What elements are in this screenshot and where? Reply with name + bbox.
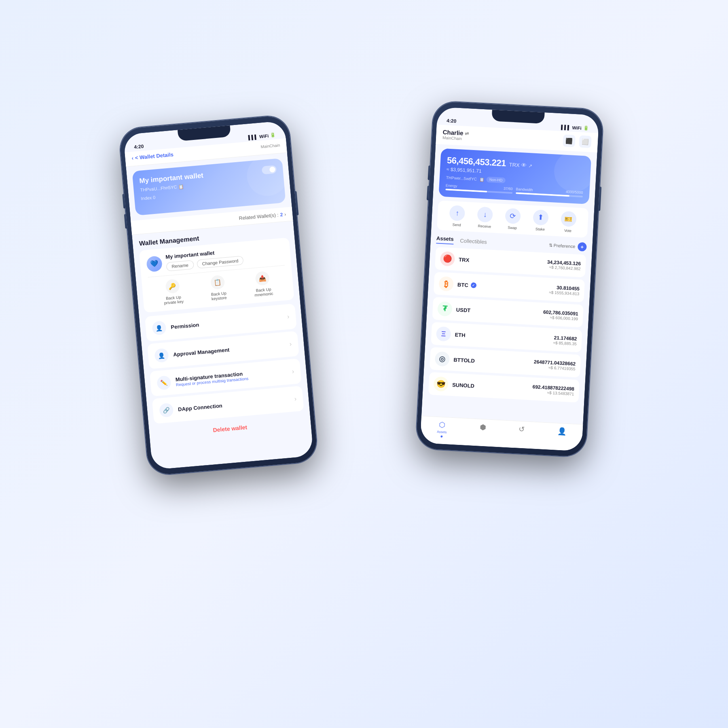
- nav-active-dot: [440, 436, 442, 438]
- bttold-name: BTTOLD: [453, 357, 475, 364]
- sunold-name: SUNOLD: [452, 381, 475, 389]
- eth-values: 21.174682 ≈$ 85,885.35: [553, 334, 577, 346]
- trx-values: 34,234,453.126 ≈$ 2,760,842.982: [547, 259, 581, 271]
- approval-text: Approval Management: [173, 342, 285, 358]
- swap-label: Swap: [508, 226, 517, 230]
- right-wifi-icon: WiFi: [572, 125, 582, 130]
- asset-list: 🔴 TRX 34,234,453.126 ≈$ 2,760,842.982 ₿: [421, 247, 592, 424]
- nav-collectibles-icon: ⬢: [479, 423, 486, 432]
- nav-account[interactable]: 👤: [557, 427, 566, 444]
- nav-assets-icon: ⬡: [439, 420, 446, 430]
- balance-currency: TRX: [509, 162, 520, 168]
- right-phone-content: 4:20 ▌▌▌ WiFi 🔋 Charlie ⇌ MainChain: [420, 107, 599, 451]
- related-arrow: ›: [284, 212, 286, 217]
- copy-icon[interactable]: 📋: [178, 184, 184, 189]
- rename-button[interactable]: Rename: [166, 260, 194, 271]
- right-volume-down[interactable]: [427, 186, 430, 200]
- nav-assets[interactable]: ⬡ Assets: [437, 420, 447, 438]
- swap-action[interactable]: ⟳ Swap: [504, 208, 521, 230]
- related-label: Related Wallet(s) :: [239, 212, 279, 221]
- stake-icon: ⬆: [533, 210, 549, 226]
- switch-icon[interactable]: ⇌: [465, 130, 469, 136]
- right-status-time: 4:20: [447, 118, 457, 124]
- right-status-icons: ▌▌▌ WiFi 🔋: [561, 124, 589, 131]
- bandwidth-value: 4000/5000: [566, 190, 583, 195]
- approval-chevron: ›: [289, 341, 292, 348]
- permission-label: Permission: [171, 314, 283, 330]
- wallet-avatar: 💙: [146, 255, 163, 272]
- expand-icon[interactable]: ↗: [528, 163, 533, 169]
- backup-mnemonic-icon: 📤: [255, 271, 270, 286]
- sunold-values: 692.418878222498 ≈$ 13.5483871: [532, 384, 575, 396]
- backup-keystore[interactable]: 📋 Back Upkeystore: [210, 275, 227, 301]
- usdt-name: USDT: [456, 307, 470, 313]
- dapp-label: DApp Connection: [178, 396, 290, 412]
- backup-private-key[interactable]: 🔑 Back Upprivate key: [162, 279, 184, 305]
- multisig-icon: ✏️: [157, 375, 171, 390]
- usdt-logo: ₮: [437, 301, 453, 317]
- wifi-icon: WiFi: [259, 133, 269, 139]
- bandwidth-text: Bandwidth: [516, 187, 533, 192]
- nav-collectibles[interactable]: ⬢: [479, 423, 486, 440]
- left-phone-screen: 4:20 ▌▌▌ WiFi 🔋 ‹ < Wallet Details MainC…: [123, 121, 314, 470]
- backup-mnemonic-label: Back Upmnemonic: [254, 287, 273, 297]
- vote-action[interactable]: 🎫 Vote: [560, 211, 577, 233]
- user-info: Charlie ⇌ MainChain: [442, 129, 469, 141]
- btc-verified-icon: ✓: [470, 282, 476, 288]
- receive-action[interactable]: ↓ Receive: [477, 207, 493, 229]
- receive-icon: ↓: [477, 207, 493, 223]
- receive-label: Receive: [478, 224, 491, 229]
- backup-mnemonic[interactable]: 📤 Back Upmnemonic: [253, 271, 273, 297]
- right-volume-up[interactable]: [428, 165, 431, 180]
- address-text: THPvaU...Fhn5YC: [140, 184, 177, 193]
- vote-label: Vote: [564, 229, 572, 233]
- backup-keystore-icon: 📋: [210, 275, 225, 290]
- tab-assets[interactable]: Assets: [436, 235, 454, 244]
- back-button[interactable]: ‹ < Wallet Details: [131, 151, 174, 161]
- vote-icon: 🎫: [561, 211, 577, 227]
- btc-logo: ₿: [438, 276, 454, 292]
- qr-icon: ⬜: [582, 138, 589, 145]
- send-label: Send: [452, 222, 461, 227]
- right-phone: 4:20 ▌▌▌ WiFi 🔋 Charlie ⇌ MainChain: [416, 101, 603, 457]
- volume-up-button[interactable]: [122, 194, 125, 208]
- preference-label: Preference: [553, 243, 575, 249]
- action-row: ↑ Send ↓ Receive ⟳ Swap: [437, 201, 588, 238]
- scan-button[interactable]: ⬛: [563, 134, 576, 147]
- left-phone: 4:20 ▌▌▌ WiFi 🔋 ‹ < Wallet Details MainC…: [119, 114, 318, 476]
- btc-values: 30.810455 ≈$ 1555,934.813: [549, 284, 580, 296]
- stake-action[interactable]: ⬆ Stake: [532, 210, 549, 232]
- backup-keystore-label: Back Upkeystore: [211, 291, 227, 301]
- eth-name: ETH: [455, 332, 466, 338]
- energy-value: 37/60: [504, 186, 513, 191]
- non-hd-badge: Non-HD: [487, 177, 506, 183]
- change-password-button[interactable]: Change Password: [197, 256, 244, 269]
- copy-addr-icon[interactable]: 📋: [479, 177, 485, 182]
- status-icons: ▌▌▌ WiFi 🔋: [248, 132, 276, 140]
- nav-account-icon: 👤: [557, 427, 567, 436]
- header-actions: ⬛ ⬜: [563, 134, 591, 148]
- backup-key-label: Back Upprivate key: [163, 295, 184, 305]
- back-label: < Wallet Details: [135, 151, 174, 161]
- tab-collectibles[interactable]: Collectibles: [460, 237, 487, 245]
- power-button[interactable]: [294, 191, 298, 215]
- dapp-icon: 🔗: [159, 403, 174, 418]
- qr-button[interactable]: ⬜: [579, 135, 592, 148]
- usdt-values: 602,786.035091 ≈$ 606,000.199: [543, 309, 578, 321]
- backup-row: 🔑 Back Upprivate key 📋 Back Upkeystore 📤…: [148, 265, 287, 306]
- sunold-logo: 😎: [433, 377, 449, 392]
- trx-name: TRX: [459, 256, 470, 263]
- dapp-text: DApp Connection: [178, 396, 290, 412]
- energy-item: Energy 37/60: [445, 183, 513, 194]
- add-asset-button[interactable]: +: [578, 242, 587, 252]
- wallet-name-group: My important wallet Rename Change Passwo…: [165, 247, 244, 271]
- nav-history[interactable]: ↺: [518, 425, 525, 442]
- asset-sunold[interactable]: 😎 SUNOLD 692.418878222498 ≈$ 13.5483871: [428, 372, 580, 402]
- back-arrow-icon: ‹: [131, 155, 134, 161]
- visibility-icon[interactable]: 👁: [521, 162, 527, 169]
- swap-icon: ⟳: [505, 208, 521, 224]
- right-power-button[interactable]: [598, 186, 601, 211]
- send-action[interactable]: ↑ Send: [449, 205, 466, 227]
- preference-button[interactable]: ⇅ Preference: [548, 242, 575, 249]
- volume-down-button[interactable]: [124, 214, 127, 229]
